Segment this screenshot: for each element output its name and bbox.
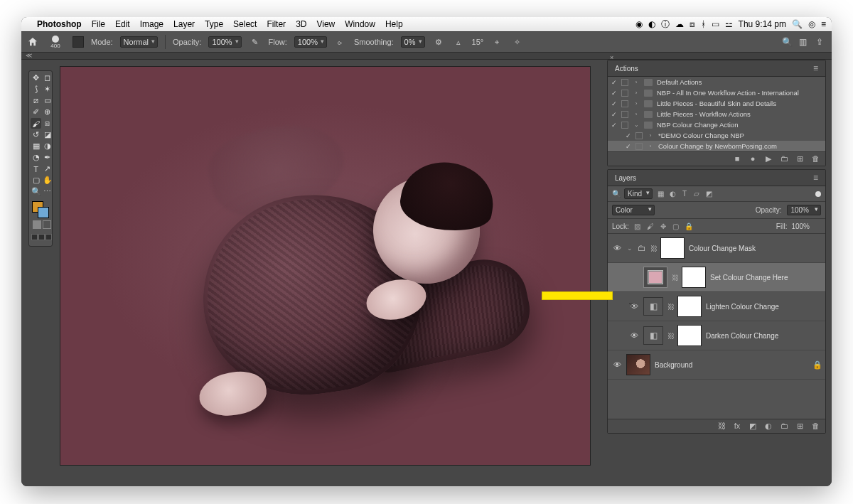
visibility-toggle[interactable]: 👁 [629, 331, 639, 340]
screenmode-toggle[interactable] [31, 234, 53, 245]
mask-thumbnail[interactable] [677, 296, 702, 317]
spotlight-icon[interactable]: 🔍 [792, 19, 803, 29]
record-icon[interactable]: ● [749, 154, 757, 163]
color-fill-thumbnail[interactable] [643, 267, 667, 288]
layer-name[interactable]: Background [655, 361, 808, 369]
new-set-icon[interactable]: 🗀 [780, 154, 788, 163]
dialog-toggle[interactable] [621, 90, 628, 97]
stop-icon[interactable]: ■ [733, 154, 741, 163]
expand-icon[interactable]: › [647, 143, 654, 149]
dialog-toggle[interactable] [635, 132, 643, 139]
color-swatches[interactable] [31, 200, 53, 218]
visibility-toggle[interactable]: 👁 [612, 360, 622, 369]
quick-select-tool[interactable]: ✶ [42, 84, 53, 95]
dialog-toggle[interactable] [635, 143, 643, 150]
view-menu[interactable]: View [316, 19, 335, 29]
quickmask-toggle[interactable] [31, 220, 53, 232]
actions-panel-menu-icon[interactable]: ≡ [813, 63, 818, 73]
check-icon[interactable]: ✓ [611, 79, 617, 86]
layer-menu[interactable]: Layer [173, 19, 195, 29]
menubar-clock[interactable]: Thu 9:14 pm [739, 19, 786, 29]
trash-icon[interactable]: 🗑 [811, 422, 820, 431]
type-tool[interactable]: T [31, 163, 41, 174]
share-icon[interactable]: ⇪ [816, 37, 826, 47]
lock-artboard-icon[interactable]: ▢ [672, 222, 680, 230]
app-menu[interactable]: Photoshop [37, 19, 82, 29]
window-menu[interactable]: Window [345, 19, 375, 29]
lock-paint-icon[interactable]: 🖌 [646, 222, 655, 230]
opacity-input[interactable]: 100% [787, 205, 821, 215]
symmetry-icon[interactable]: ✧ [510, 36, 523, 48]
disclosure-icon[interactable]: ⌄ [626, 245, 633, 252]
expand-icon[interactable]: › [633, 90, 640, 96]
image-menu[interactable]: Image [140, 19, 163, 29]
filter-shape-icon[interactable]: ▱ [692, 190, 701, 198]
dialog-toggle[interactable] [621, 122, 628, 129]
move-tool[interactable]: ✥ [31, 73, 41, 83]
smoothing-gear-icon[interactable]: ⚙ [432, 36, 445, 48]
new-group-icon[interactable]: 🗀 [780, 422, 788, 431]
expand-icon[interactable]: › [633, 79, 640, 85]
play-icon[interactable]: ▶ [764, 154, 773, 163]
lock-position-icon[interactable]: ✥ [659, 222, 667, 230]
select-menu[interactable]: Select [233, 19, 257, 29]
filter-pixel-icon[interactable]: ▦ [656, 190, 665, 198]
expand-icon[interactable]: › [633, 100, 640, 107]
type-menu[interactable]: Type [205, 19, 223, 29]
layers-panel-menu-icon[interactable]: ≡ [813, 173, 818, 183]
path-tool[interactable]: ↗ [42, 163, 53, 174]
check-icon[interactable]: ✓ [611, 100, 617, 107]
crop-tool[interactable]: ⧄ [31, 95, 41, 106]
stamp-tool[interactable]: ⧇ [42, 118, 53, 129]
layer-row[interactable]: 👁 ◧ ⛓ Darken Colour Change [608, 321, 825, 350]
tab-toggle-icon[interactable]: ≪ [26, 52, 32, 59]
filter-smart-icon[interactable]: ◩ [704, 190, 713, 198]
panel-collapse-icon[interactable]: × [610, 54, 613, 61]
action-item[interactable]: ✓⌄ NBP Colour Change Action [608, 119, 825, 130]
pen-tool[interactable]: ✒ [42, 152, 53, 163]
layer-name[interactable]: Lighten Colour Change [706, 303, 821, 311]
file-menu[interactable]: File [92, 19, 105, 29]
blend-mode-select[interactable]: Normal [120, 36, 158, 48]
fx-icon[interactable]: fx [733, 422, 741, 431]
new-layer-icon[interactable]: ⊞ [795, 422, 804, 431]
check-icon[interactable]: ✓ [611, 90, 617, 97]
mask-thumbnail[interactable] [682, 267, 706, 288]
opacity-input[interactable]: 100% [208, 36, 241, 48]
action-item[interactable]: ✓› Little Pieces - Workflow Actions [608, 109, 825, 119]
eyedropper-tool[interactable]: ✐ [31, 107, 41, 117]
brush-preset-picker[interactable]: 400 [45, 32, 65, 52]
pressure-size-icon[interactable]: ⌖ [490, 36, 503, 48]
adjustment-thumbnail[interactable]: ◧ [643, 326, 663, 345]
help-menu[interactable]: Help [385, 19, 403, 29]
layer-thumbnail[interactable] [626, 354, 650, 375]
action-item[interactable]: ✓› *DEMO Colour Change NBP [608, 130, 825, 141]
brush-tool-preset-icon[interactable] [73, 36, 84, 48]
layer-name[interactable]: Set Colour Change Here [710, 274, 821, 282]
check-icon[interactable]: ✓ [625, 132, 631, 139]
layer-name[interactable]: Colour Change Mask [689, 245, 821, 252]
layers-panel-tab[interactable]: Layers ≡ [608, 170, 825, 186]
smoothing-input[interactable]: 0% [401, 36, 425, 48]
add-adjustment-icon[interactable]: ◐ [764, 422, 773, 431]
blend-mode-select[interactable]: Color [612, 205, 655, 215]
action-item[interactable]: ✓› Little Pieces - Beautiful Skin and De… [608, 98, 825, 109]
lock-icon[interactable]: 🔒 [812, 360, 821, 370]
home-icon[interactable] [27, 36, 38, 48]
hand-tool[interactable]: ✋ [42, 175, 53, 186]
zoom-tool[interactable]: 🔍 [31, 186, 41, 197]
frame-tool[interactable]: ▭ [42, 95, 53, 106]
check-icon[interactable]: ✓ [611, 111, 617, 118]
action-item-selected[interactable]: ✓› Colour Change by NewbornPosing.com [608, 141, 825, 151]
filter-type-icon[interactable]: T [680, 190, 689, 198]
document-canvas[interactable] [60, 67, 590, 465]
actions-panel-tab[interactable]: Actions ≡ [608, 60, 825, 77]
search-icon[interactable]: 🔍 [612, 190, 621, 198]
filter-menu[interactable]: Filter [267, 19, 286, 29]
new-action-icon[interactable]: ⊞ [795, 154, 804, 163]
history-brush-tool[interactable]: ↺ [31, 129, 41, 140]
layer-row[interactable]: 👁 ◧ ⛓ Lighten Colour Change [608, 292, 825, 321]
lock-all-icon[interactable]: 🔒 [685, 222, 693, 230]
3d-menu[interactable]: 3D [296, 19, 306, 29]
lasso-tool[interactable]: ⟆ [31, 84, 41, 95]
